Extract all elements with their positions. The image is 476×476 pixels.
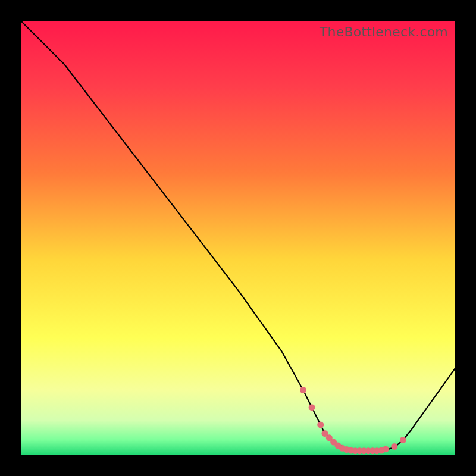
series-layer bbox=[21, 21, 455, 455]
highlight-dot bbox=[309, 404, 315, 411]
highlight-dot bbox=[400, 437, 406, 443]
highlight-dot bbox=[317, 421, 324, 428]
highlight-dot bbox=[391, 443, 397, 450]
plot-area: TheBottleneck.com bbox=[21, 21, 455, 455]
bottleneck-curve bbox=[21, 21, 455, 451]
highlight-dot bbox=[300, 387, 306, 393]
highlight-dots bbox=[300, 387, 406, 454]
highlight-dot bbox=[383, 446, 389, 452]
watermark-text: TheBottleneck.com bbox=[320, 24, 448, 39]
chart-frame: TheBottleneck.com bbox=[0, 0, 476, 476]
